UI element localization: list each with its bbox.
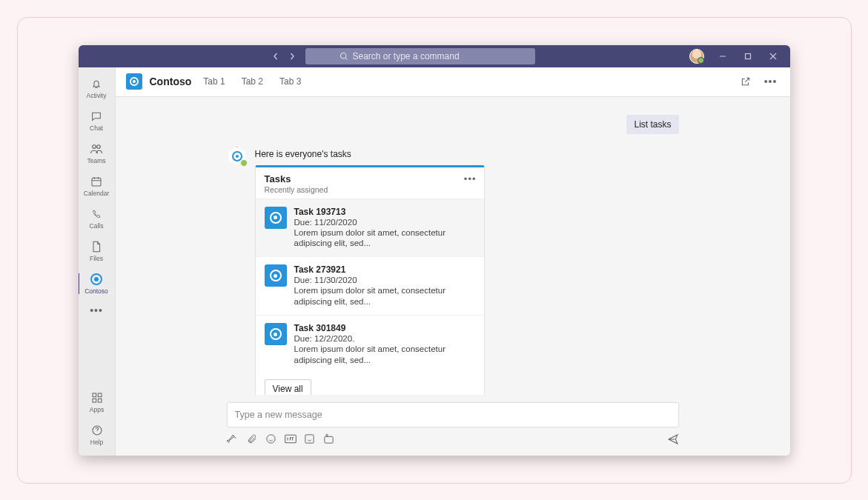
rail-label: Help [90, 439, 103, 446]
calendar-icon [90, 175, 103, 188]
search-input[interactable] [353, 51, 501, 61]
svg-point-14 [326, 434, 328, 436]
search-icon [339, 52, 348, 61]
app-window: Activity Chat Teams Calendar [79, 45, 790, 456]
rail-label: Apps [90, 406, 104, 413]
window-close-icon[interactable] [761, 45, 786, 67]
rail-label: Teams [87, 157, 105, 164]
composer-area [116, 395, 790, 456]
phone-icon [90, 207, 103, 221]
task-icon [265, 323, 287, 345]
app-header: Contoso Tab 1 Tab 2 Tab 3 ••• [116, 67, 790, 97]
rail-label: Files [90, 255, 103, 262]
user-message: List tasks [626, 115, 678, 134]
app-name: Contoso [150, 76, 192, 87]
rail-label: Chat [90, 124, 103, 132]
svg-rect-6 [98, 393, 102, 397]
rail-chat[interactable]: Chat [79, 104, 116, 137]
tasks-card: Tasks Recently assigned ••• Task 193713 … [255, 165, 485, 395]
task-title: Task 301849 [294, 323, 475, 333]
rail-label: Contoso [85, 287, 108, 295]
send-icon[interactable] [667, 433, 679, 445]
svg-rect-8 [98, 399, 102, 402]
rail-activity[interactable]: Activity [79, 72, 116, 104]
task-title: Task 193713 [294, 207, 475, 217]
rail-help[interactable]: Help [79, 419, 116, 451]
search-box[interactable] [305, 48, 535, 64]
svg-point-10 [267, 435, 275, 443]
svg-point-2 [93, 144, 96, 148]
gif-icon[interactable] [285, 433, 296, 445]
nav-forward-icon[interactable] [285, 49, 299, 64]
rail-files[interactable]: Files [79, 235, 116, 267]
bell-icon [90, 77, 103, 90]
task-due: Due: 11/30/2020 [294, 276, 475, 284]
view-all-button[interactable]: View all [265, 379, 311, 394]
tab-3[interactable]: Tab 3 [275, 76, 305, 87]
teams-icon [90, 142, 103, 156]
chat-scroll[interactable]: List tasks Here is everyone's tasks Task… [116, 97, 790, 395]
popout-icon[interactable] [737, 73, 755, 90]
main-area: Contoso Tab 1 Tab 2 Tab 3 ••• List tasks [116, 67, 790, 456]
bot-avatar-icon [227, 146, 248, 167]
app-logo-icon [126, 73, 142, 90]
task-row[interactable]: Task 193713 Due: 11/20/2020 Lorem ipsum … [256, 199, 484, 257]
task-due: Due: 12/2/2020. [294, 334, 475, 343]
nav-back-icon[interactable] [268, 49, 283, 64]
task-title: Task 273921 [294, 264, 475, 275]
svg-point-0 [340, 53, 346, 59]
window-minimize-icon[interactable] [710, 45, 735, 67]
emoji-icon[interactable] [265, 433, 277, 445]
svg-rect-4 [92, 178, 101, 186]
chat-icon [90, 110, 103, 123]
rail-calls[interactable]: Calls [79, 202, 116, 235]
contoso-icon [90, 273, 103, 286]
titlebar [79, 45, 790, 67]
app-rail: Activity Chat Teams Calendar [79, 67, 116, 456]
outer-frame: Activity Chat Teams Calendar [17, 17, 852, 484]
extensions-icon[interactable] [323, 433, 335, 445]
message-input[interactable] [235, 410, 671, 420]
attach-icon[interactable] [246, 433, 258, 445]
task-icon [265, 207, 287, 229]
card-subtitle: Recently assigned [265, 185, 475, 194]
sticker-icon[interactable] [304, 433, 316, 445]
svg-point-3 [97, 144, 101, 148]
rail-teams[interactable]: Teams [79, 137, 116, 170]
svg-rect-1 [745, 53, 750, 59]
message-composer[interactable] [227, 402, 679, 427]
svg-rect-7 [93, 399, 96, 402]
card-overflow-icon[interactable]: ••• [464, 173, 477, 184]
card-title: Tasks [265, 173, 475, 184]
task-desc: Lorem ipsum dolor sit amet, consectetur … [294, 227, 475, 250]
format-icon[interactable] [227, 433, 239, 445]
rail-contoso[interactable]: Contoso [79, 267, 116, 300]
tab-2[interactable]: Tab 2 [237, 76, 268, 87]
rail-apps[interactable]: Apps [79, 386, 116, 419]
svg-rect-13 [325, 436, 333, 443]
tab-1[interactable]: Tab 1 [199, 76, 229, 87]
bot-text: Here is everyone's tasks [255, 146, 679, 159]
rail-calendar[interactable]: Calendar [79, 170, 116, 202]
help-icon [90, 424, 104, 437]
task-desc: Lorem ipsum dolor sit amet, consectetur … [294, 344, 475, 366]
file-icon [90, 240, 103, 253]
rail-label: Calls [90, 222, 104, 230]
rail-label: Calendar [84, 190, 110, 197]
svg-rect-5 [93, 393, 96, 397]
bot-message-row: Here is everyone's tasks [227, 146, 679, 167]
task-row[interactable]: Task 301849 Due: 12/2/2020. Lorem ipsum … [256, 315, 484, 373]
header-overflow-icon[interactable]: ••• [762, 73, 780, 90]
task-due: Due: 11/20/2020 [294, 218, 475, 227]
window-maximize-icon[interactable] [735, 45, 761, 67]
task-desc: Lorem ipsum dolor sit amet, consectetur … [294, 285, 475, 307]
task-icon [265, 264, 287, 287]
task-row[interactable]: Task 273921 Due: 11/30/2020 Lorem ipsum … [256, 256, 484, 315]
rail-label: Activity [87, 92, 107, 99]
rail-overflow-icon[interactable]: ••• [90, 300, 103, 321]
apps-icon [90, 391, 104, 404]
user-avatar[interactable] [689, 49, 704, 64]
svg-rect-12 [305, 435, 314, 443]
